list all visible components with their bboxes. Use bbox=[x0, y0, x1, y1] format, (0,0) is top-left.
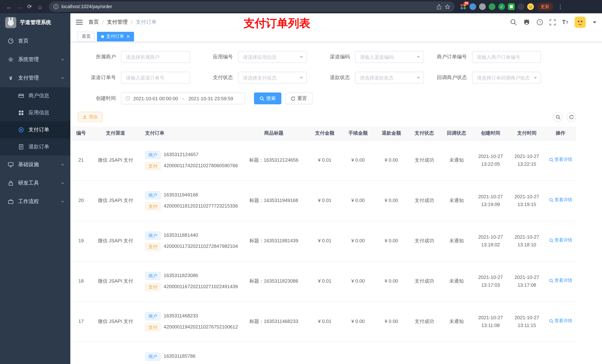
cell-amount: ¥ 0.01 bbox=[308, 302, 341, 342]
cell-channel: 微信 JSAPI 支付 bbox=[91, 221, 140, 261]
credit-card-icon bbox=[18, 93, 24, 99]
filter-label: 渠道订单号 bbox=[78, 74, 116, 81]
extension-gray-icon[interactable] bbox=[479, 3, 486, 10]
breadcrumb-section[interactable]: 支付管理 bbox=[107, 19, 128, 26]
fullscreen-icon[interactable] bbox=[549, 19, 556, 25]
cell-channel bbox=[91, 342, 140, 364]
date-separator: - bbox=[181, 96, 185, 101]
cell-pay-time: 2021-10-27 13:11:15 bbox=[509, 302, 545, 342]
browser-address-bar[interactable]: localhost:1024/pay/order bbox=[49, 1, 455, 12]
pay-status-field[interactable] bbox=[238, 72, 307, 83]
cell-id: 17 bbox=[71, 302, 91, 342]
logo-avatar bbox=[5, 17, 16, 28]
extension-green-icon[interactable] bbox=[489, 3, 495, 10]
sidebar-menu: 首页 系统管理 ¥ 支付管理 bbox=[0, 32, 70, 211]
sidebar-item-pay[interactable]: ¥ 支付管理 bbox=[0, 69, 70, 87]
view-detail-link[interactable]: 查看详情 bbox=[549, 318, 572, 325]
sidebar-item-refund-order[interactable]: 退款订单 bbox=[0, 138, 70, 155]
sidebar-item-home[interactable]: 首页 bbox=[0, 32, 70, 50]
sidebar-item-merchant-info[interactable]: 商户信息 bbox=[0, 87, 70, 104]
refund-status-select[interactable] bbox=[355, 72, 424, 83]
sidebar-item-label: 首页 bbox=[18, 38, 29, 44]
help-icon[interactable]: ? bbox=[537, 19, 543, 26]
view-detail-link[interactable]: 查看详情 bbox=[549, 237, 572, 244]
app-select-field[interactable] bbox=[238, 52, 307, 62]
callback-status-select[interactable] bbox=[472, 72, 541, 83]
cell-pay-order: 商户 1635312124657 支付 42000011742021102780… bbox=[140, 140, 239, 180]
reset-button[interactable]: 重置 bbox=[285, 93, 312, 104]
refresh-table-button[interactable] bbox=[567, 112, 576, 122]
bookmark-star-icon[interactable] bbox=[445, 4, 450, 10]
browser-update-button[interactable]: 更新 bbox=[537, 2, 553, 11]
chevron-down-icon bbox=[61, 58, 64, 62]
sidebar-logo[interactable]: 芋道管理系统 bbox=[0, 13, 70, 32]
view-detail-link[interactable]: 查看详情 bbox=[549, 156, 572, 163]
pay-tag: 支付 bbox=[145, 242, 161, 251]
site-info-icon[interactable] bbox=[53, 4, 58, 9]
github-icon[interactable] bbox=[523, 19, 530, 26]
pay-order-no: 4200001173202110272847982104 bbox=[164, 243, 238, 250]
merchant-input[interactable] bbox=[121, 51, 190, 63]
browser-reload-icon[interactable]: ⟳ bbox=[24, 1, 35, 12]
col-create-time: 创建时间 bbox=[473, 126, 509, 140]
extension-check-icon[interactable]: ✓ bbox=[498, 3, 505, 10]
extension-drop-icon[interactable] bbox=[469, 3, 476, 10]
app-select[interactable] bbox=[238, 51, 307, 63]
search-icon bbox=[549, 279, 553, 283]
sidebar-item-infra[interactable]: 基础设施 bbox=[0, 155, 70, 174]
extension-chat-icon[interactable] bbox=[508, 3, 515, 10]
extension-emoji-icon[interactable] bbox=[527, 3, 534, 10]
channel-order-no-field[interactable] bbox=[121, 72, 190, 83]
cell-channel: 微信 JSAPI 支付 bbox=[91, 302, 140, 342]
browser-back-icon[interactable]: ← bbox=[4, 1, 14, 12]
sidebar-item-pay-order[interactable]: 支付订单 bbox=[0, 121, 70, 138]
share-icon[interactable] bbox=[437, 4, 442, 10]
pay-status-select[interactable] bbox=[238, 72, 307, 83]
channel-code-select[interactable] bbox=[355, 51, 424, 63]
browser-home-icon[interactable]: ⌂ bbox=[35, 1, 45, 12]
view-detail-link[interactable]: 查看详情 bbox=[549, 197, 572, 204]
pay-order-no: 4200001181202110277723215336 bbox=[164, 202, 238, 210]
cell-fee: ¥ 0.00 bbox=[341, 302, 375, 342]
avatar-caret-icon[interactable] bbox=[593, 21, 596, 23]
merchant-order-no-input[interactable] bbox=[472, 51, 541, 63]
merchant-order-no-field[interactable] bbox=[473, 52, 540, 62]
tab-pay-order[interactable]: 支付订单 ✕ bbox=[97, 32, 134, 41]
search-icon[interactable] bbox=[510, 19, 517, 26]
extension-grid-icon[interactable]: 10 bbox=[460, 3, 466, 10]
view-detail-label: 查看详情 bbox=[554, 156, 572, 163]
cell-title bbox=[239, 342, 308, 364]
browser-menu-icon[interactable]: ⋮ bbox=[556, 3, 565, 10]
tab-home[interactable]: 首页 bbox=[78, 32, 95, 41]
user-avatar[interactable] bbox=[575, 17, 586, 28]
pay-order-no: 4200001174202110278060590766 bbox=[164, 162, 238, 170]
active-tab-dot bbox=[101, 35, 104, 38]
export-button[interactable]: 导出 bbox=[78, 112, 103, 122]
sidebar-item-workflow[interactable]: 工作流程 bbox=[0, 192, 70, 211]
sidebar-item-app-info[interactable]: 应用信息 bbox=[0, 104, 70, 121]
channel-order-no-input[interactable] bbox=[121, 72, 190, 83]
search-button[interactable]: 搜索 bbox=[254, 93, 281, 104]
browser-forward-icon[interactable]: → bbox=[14, 1, 24, 12]
breadcrumb-home[interactable]: 首页 bbox=[88, 19, 99, 26]
sidebar-item-devtools[interactable]: 研发工具 bbox=[0, 174, 70, 192]
show-search-button[interactable] bbox=[553, 112, 563, 122]
col-pay-time: 支付时间 bbox=[509, 126, 545, 140]
create-time-range-picker[interactable]: 2021-10-01 00:00:00 - 2021-10-31 23:59:5… bbox=[121, 93, 245, 104]
channel-code-field[interactable] bbox=[355, 52, 424, 62]
refund-status-field[interactable] bbox=[355, 72, 424, 83]
search-icon bbox=[549, 319, 553, 323]
sidebar-item-label: 基础设施 bbox=[18, 161, 39, 168]
callback-status-field[interactable] bbox=[473, 72, 540, 83]
merchant-input-field[interactable] bbox=[121, 52, 190, 62]
extension-pin-icon[interactable] bbox=[517, 3, 524, 10]
sidebar-toggle-icon[interactable] bbox=[76, 19, 83, 25]
cell-create-time: 2021-10-27 13:19:09 bbox=[473, 180, 509, 221]
close-icon[interactable]: ✕ bbox=[126, 34, 130, 39]
view-detail-link[interactable]: 查看详情 bbox=[549, 277, 572, 284]
extension-badge: 10 bbox=[463, 1, 469, 5]
breadcrumb: 首页 支付管理 支付订单 bbox=[88, 19, 157, 26]
content-pane: 首页 支付管理 支付订单 支付订单列表 ? bbox=[70, 13, 602, 364]
sidebar-item-system[interactable]: 系统管理 bbox=[0, 50, 70, 69]
font-size-icon[interactable]: TT bbox=[562, 19, 568, 26]
